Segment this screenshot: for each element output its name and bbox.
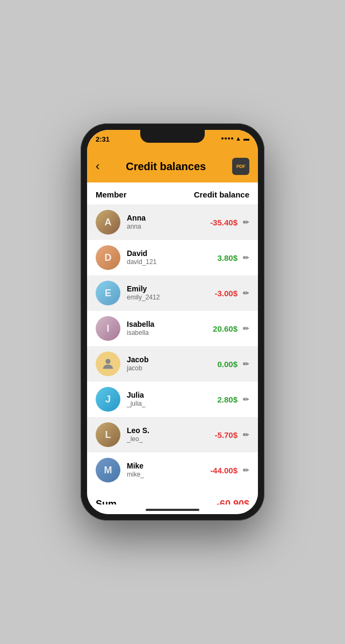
phone-frame: 2:31 ▲ ▬ ‹ Credit balances PDF [81,123,264,521]
main-content: Member Credit balance A Anna anna -35.40… [87,182,258,504]
pdf-export-button[interactable]: PDF [232,158,249,175]
page-title: Credit balances [126,160,206,173]
back-button[interactable]: ‹ [96,160,99,172]
status-bar: 2:31 ▲ ▬ [87,130,258,153]
member-list: A Anna anna -35.40$ ✏ D David david_121 … [87,204,258,488]
time-display: 2:31 [96,135,110,143]
balance-value-isabella: 20.60$ [205,324,238,333]
member-handle-leo: _leo_ [127,435,199,444]
avatar-david: D [96,245,120,270]
home-indicator [87,504,258,514]
balance-area-emily: -3.00$ ✏ [205,289,249,298]
avatar-mike: M [96,458,120,482]
status-icons: ▲ ▬ [221,135,249,142]
sum-row: Sum -60.90$ [87,488,258,504]
member-info-emily: Emily emily_2412 [127,284,199,302]
edit-button-emily[interactable]: ✏ [243,289,249,297]
balance-value-mike: -44.00$ [205,466,238,475]
edit-button-david[interactable]: ✏ [243,253,249,262]
member-handle-david: david_121 [127,258,199,267]
member-row-anna: A Anna anna -35.40$ ✏ [87,204,258,240]
member-handle-emily: emily_2412 [127,294,199,302]
member-name-mike: Mike [127,461,199,471]
member-handle-jacob: jacob [127,364,199,373]
avatar-anna: A [96,210,120,235]
member-name-jacob: Jacob [127,355,199,364]
member-handle-isabella: isabella [127,329,199,338]
member-name-anna: Anna [127,213,199,223]
member-info-david: David david_121 [127,248,199,267]
svg-point-0 [105,359,110,364]
member-handle-mike: mike_ [127,471,199,479]
home-bar [146,509,199,511]
avatar-jacob [96,352,120,376]
member-info-julia: Julia _julia_ [127,390,199,408]
table-header: Member Credit balance [87,182,258,204]
member-row-jacob: Jacob jacob 0.00$ ✏ [87,346,258,382]
balance-value-julia: 2.80$ [205,395,238,404]
phone-screen: 2:31 ▲ ▬ ‹ Credit balances PDF [87,130,258,514]
member-row-emily: E Emily emily_2412 -3.00$ ✏ [87,275,258,311]
member-row-david: D David david_121 3.80$ ✏ [87,240,258,275]
member-row-isabella: I Isabella isabella 20.60$ ✏ [87,311,258,346]
member-info-leo: Leo S. _leo_ [127,426,199,444]
edit-button-isabella[interactable]: ✏ [243,324,249,333]
edit-button-julia[interactable]: ✏ [243,395,249,404]
sum-value: -60.90$ [217,499,249,504]
balance-area-leo: -5.70$ ✏ [205,430,249,440]
avatar-julia: J [96,387,120,412]
balance-area-david: 3.80$ ✏ [205,253,249,262]
member-handle-anna: anna [127,223,199,231]
member-name-leo: Leo S. [127,426,199,435]
avatar-isabella: I [96,316,120,341]
edit-button-anna[interactable]: ✏ [243,218,249,226]
member-row-julia: J Julia _julia_ 2.80$ ✏ [87,382,258,417]
balance-area-isabella: 20.60$ ✏ [205,324,249,333]
balance-area-julia: 2.80$ ✏ [205,395,249,404]
sum-label: Sum [96,499,117,504]
balance-area-jacob: 0.00$ ✏ [205,360,249,369]
member-row-leo: L Leo S. _leo_ -5.70$ ✏ [87,417,258,452]
member-name-david: David [127,248,199,258]
edit-button-leo[interactable]: ✏ [243,430,249,439]
member-name-julia: Julia [127,390,199,400]
balance-value-emily: -3.00$ [205,289,238,298]
notch [140,130,205,143]
edit-button-mike[interactable]: ✏ [243,466,249,474]
col-header-member: Member [96,190,127,199]
member-info-anna: Anna anna [127,213,199,231]
avatar-leo: L [96,422,120,447]
member-row-mike: M Mike mike_ -44.00$ ✏ [87,452,258,488]
balance-value-david: 3.80$ [205,253,238,262]
member-info-isabella: Isabella isabella [127,319,199,338]
col-header-credit: Credit balance [194,190,249,199]
balance-value-leo: -5.70$ [205,430,238,440]
member-handle-julia: _julia_ [127,400,199,408]
member-name-emily: Emily [127,284,199,294]
avatar-emily: E [96,281,120,305]
app-header: ‹ Credit balances PDF [87,153,258,182]
balance-area-mike: -44.00$ ✏ [205,466,249,475]
balance-area-anna: -35.40$ ✏ [205,218,249,227]
signal-icon [221,137,233,140]
member-info-jacob: Jacob jacob [127,355,199,373]
balance-value-jacob: 0.00$ [205,360,238,369]
member-name-isabella: Isabella [127,319,199,329]
member-info-mike: Mike mike_ [127,461,199,479]
balance-value-anna: -35.40$ [205,218,238,227]
battery-icon: ▬ [243,135,249,142]
wifi-icon: ▲ [235,135,241,142]
edit-button-jacob[interactable]: ✏ [243,360,249,368]
